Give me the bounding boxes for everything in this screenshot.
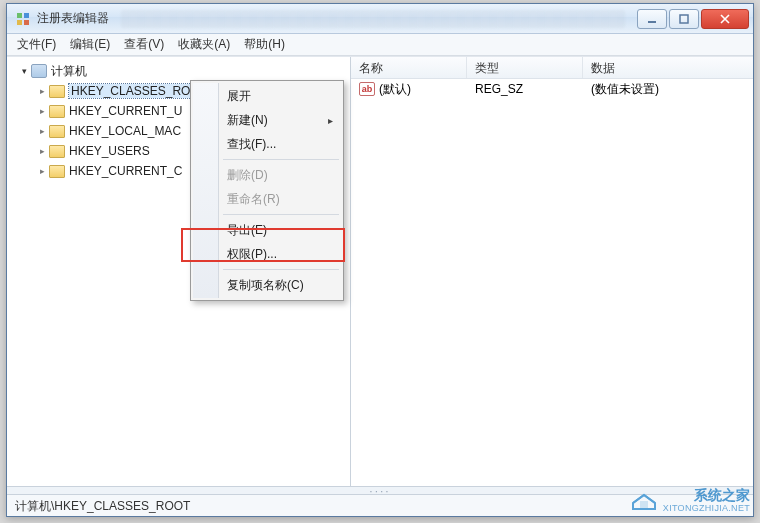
- cm-delete: 删除(D): [193, 163, 341, 187]
- cm-new[interactable]: 新建(N): [193, 108, 341, 132]
- splitter-grip[interactable]: ····: [7, 486, 753, 494]
- list-header: 名称 类型 数据: [351, 57, 753, 79]
- list-row[interactable]: ab (默认) REG_SZ (数值未设置): [351, 79, 753, 99]
- tree-root-label: 计算机: [51, 63, 87, 80]
- folder-icon: [49, 145, 65, 158]
- cm-rename: 重命名(R): [193, 187, 341, 211]
- context-menu: 展开 新建(N) 查找(F)... 删除(D) 重命名(R) 导出(E) 权限(…: [190, 80, 344, 301]
- window-title: 注册表编辑器: [37, 10, 109, 27]
- col-header-type[interactable]: 类型: [467, 57, 583, 78]
- string-value-icon: ab: [359, 82, 375, 96]
- cm-permissions[interactable]: 权限(P)...: [193, 242, 341, 266]
- computer-icon: [31, 64, 47, 78]
- tree-item-label: HKEY_CURRENT_U: [69, 104, 182, 118]
- cm-separator: [223, 214, 339, 215]
- expand-arrow-icon[interactable]: [19, 66, 29, 76]
- expand-arrow-icon[interactable]: [37, 146, 47, 156]
- app-icon: [15, 11, 31, 27]
- statusbar: 计算机\HKEY_CLASSES_ROOT: [7, 494, 753, 516]
- folder-icon: [49, 105, 65, 118]
- expand-arrow-icon[interactable]: [37, 106, 47, 116]
- registry-editor-window: 注册表编辑器 文件(F) 编辑(E) 查看(V) 收藏夹(A) 帮助(H) 计算…: [6, 3, 754, 517]
- menu-view[interactable]: 查看(V): [124, 36, 164, 53]
- status-path: 计算机\HKEY_CLASSES_ROOT: [15, 499, 190, 513]
- close-button[interactable]: [701, 9, 749, 29]
- menubar: 文件(F) 编辑(E) 查看(V) 收藏夹(A) 帮助(H): [7, 34, 753, 56]
- cell-type: REG_SZ: [467, 82, 583, 96]
- maximize-button[interactable]: [669, 9, 699, 29]
- menu-favorites[interactable]: 收藏夹(A): [178, 36, 230, 53]
- titlebar: 注册表编辑器: [7, 4, 753, 34]
- svg-rect-4: [648, 21, 656, 23]
- cell-data: (数值未设置): [583, 81, 753, 98]
- expand-arrow-icon[interactable]: [37, 166, 47, 176]
- menu-file[interactable]: 文件(F): [17, 36, 56, 53]
- cm-separator: [223, 159, 339, 160]
- svg-rect-3: [24, 20, 29, 25]
- tree-root[interactable]: 计算机: [11, 61, 350, 81]
- cm-find[interactable]: 查找(F)...: [193, 132, 341, 156]
- menu-edit[interactable]: 编辑(E): [70, 36, 110, 53]
- folder-icon: [49, 85, 65, 98]
- col-header-name[interactable]: 名称: [351, 57, 467, 78]
- cm-export[interactable]: 导出(E): [193, 218, 341, 242]
- titlebar-blur: [121, 10, 625, 28]
- content-area: 计算机 HKEY_CLASSES_ROOT HKEY_CURRENT_U HKE…: [7, 56, 753, 486]
- tree-item-label: HKEY_CLASSES_ROOT: [69, 84, 209, 98]
- svg-rect-0: [17, 13, 22, 18]
- tree-item-label: HKEY_LOCAL_MAC: [69, 124, 181, 138]
- cm-expand[interactable]: 展开: [193, 84, 341, 108]
- svg-rect-1: [24, 13, 29, 18]
- menu-help[interactable]: 帮助(H): [244, 36, 285, 53]
- cm-separator: [223, 269, 339, 270]
- svg-rect-2: [17, 20, 22, 25]
- cell-name: ab (默认): [351, 81, 467, 98]
- folder-icon: [49, 165, 65, 178]
- minimize-button[interactable]: [637, 9, 667, 29]
- window-buttons: [637, 9, 749, 29]
- list-pane: 名称 类型 数据 ab (默认) REG_SZ (数值未设置): [351, 57, 753, 486]
- cm-copykeyname[interactable]: 复制项名称(C): [193, 273, 341, 297]
- expand-arrow-icon[interactable]: [37, 126, 47, 136]
- value-name: (默认): [379, 81, 411, 98]
- col-header-data[interactable]: 数据: [583, 57, 753, 78]
- tree-item-label: HKEY_USERS: [69, 144, 150, 158]
- tree-item-label: HKEY_CURRENT_C: [69, 164, 182, 178]
- folder-icon: [49, 125, 65, 138]
- svg-rect-5: [680, 15, 688, 23]
- expand-arrow-icon[interactable]: [37, 86, 47, 96]
